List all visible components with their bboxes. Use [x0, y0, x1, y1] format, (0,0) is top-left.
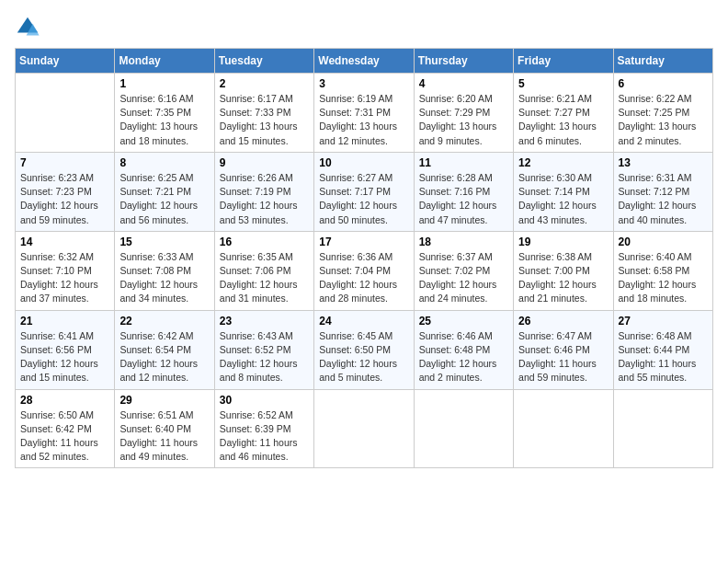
- day-info: Sunrise: 6:27 AMSunset: 7:17 PMDaylight:…: [319, 171, 408, 227]
- calendar-cell: [314, 389, 414, 468]
- day-number: 6: [619, 77, 708, 90]
- calendar-cell: [414, 389, 513, 468]
- day-info: Sunrise: 6:38 AMSunset: 7:00 PMDaylight:…: [518, 250, 608, 306]
- weekday-header-sunday: Sunday: [16, 49, 115, 74]
- day-number: 17: [319, 236, 408, 248]
- logo-icon: [15, 15, 40, 40]
- day-info: Sunrise: 6:36 AMSunset: 7:04 PMDaylight:…: [319, 250, 408, 306]
- day-number: 7: [20, 156, 109, 169]
- day-info: Sunrise: 6:19 AMSunset: 7:31 PMDaylight:…: [319, 92, 408, 148]
- calendar-cell: 8Sunrise: 6:25 AMSunset: 7:21 PMDaylight…: [115, 152, 214, 231]
- day-number: 20: [619, 236, 708, 248]
- calendar-cell: 7Sunrise: 6:23 AMSunset: 7:23 PMDaylight…: [16, 152, 115, 231]
- day-number: 1: [119, 77, 209, 90]
- calendar-cell: 3Sunrise: 6:19 AMSunset: 7:31 PMDaylight…: [314, 74, 414, 153]
- weekday-header-friday: Friday: [514, 49, 613, 74]
- day-number: 2: [220, 77, 309, 90]
- day-number: 12: [518, 156, 608, 169]
- calendar-table: SundayMondayTuesdayWednesdayThursdayFrid…: [15, 48, 713, 468]
- day-info: Sunrise: 6:46 AMSunset: 6:48 PMDaylight:…: [419, 329, 508, 385]
- calendar-cell: 19Sunrise: 6:38 AMSunset: 7:00 PMDayligh…: [514, 231, 613, 310]
- calendar-cell: [16, 74, 115, 153]
- day-number: 8: [119, 156, 209, 169]
- day-info: Sunrise: 6:45 AMSunset: 6:50 PMDaylight:…: [319, 329, 408, 385]
- calendar-cell: 18Sunrise: 6:37 AMSunset: 7:02 PMDayligh…: [414, 231, 513, 310]
- calendar-cell: 6Sunrise: 6:22 AMSunset: 7:25 PMDaylight…: [613, 74, 712, 153]
- day-number: 19: [518, 236, 608, 248]
- calendar-cell: 26Sunrise: 6:47 AMSunset: 6:46 PMDayligh…: [514, 310, 613, 389]
- day-number: 4: [419, 77, 508, 90]
- calendar-cell: 27Sunrise: 6:48 AMSunset: 6:44 PMDayligh…: [613, 310, 712, 389]
- day-info: Sunrise: 6:16 AMSunset: 7:35 PMDaylight:…: [119, 92, 209, 148]
- calendar-cell: 21Sunrise: 6:41 AMSunset: 6:56 PMDayligh…: [16, 310, 115, 389]
- calendar-week-row: 21Sunrise: 6:41 AMSunset: 6:56 PMDayligh…: [16, 310, 713, 389]
- day-number: 13: [619, 156, 708, 169]
- day-number: 25: [419, 315, 508, 327]
- day-info: Sunrise: 6:26 AMSunset: 7:19 PMDaylight:…: [220, 171, 309, 227]
- day-number: 15: [119, 236, 209, 248]
- day-number: 16: [220, 236, 309, 248]
- calendar-cell: 16Sunrise: 6:35 AMSunset: 7:06 PMDayligh…: [214, 231, 313, 310]
- day-number: 23: [220, 315, 309, 327]
- day-number: 18: [419, 236, 508, 248]
- calendar-cell: 29Sunrise: 6:51 AMSunset: 6:40 PMDayligh…: [115, 389, 214, 468]
- weekday-header-saturday: Saturday: [613, 49, 712, 74]
- day-info: Sunrise: 6:31 AMSunset: 7:12 PMDaylight:…: [619, 171, 708, 227]
- day-number: 30: [220, 394, 309, 407]
- day-info: Sunrise: 6:47 AMSunset: 6:46 PMDaylight:…: [518, 329, 608, 385]
- day-info: Sunrise: 6:33 AMSunset: 7:08 PMDaylight:…: [119, 250, 209, 306]
- day-info: Sunrise: 6:17 AMSunset: 7:33 PMDaylight:…: [220, 92, 309, 148]
- calendar-cell: 14Sunrise: 6:32 AMSunset: 7:10 PMDayligh…: [16, 231, 115, 310]
- day-info: Sunrise: 6:35 AMSunset: 7:06 PMDaylight:…: [220, 250, 309, 306]
- day-info: Sunrise: 6:20 AMSunset: 7:29 PMDaylight:…: [419, 92, 508, 148]
- weekday-header-wednesday: Wednesday: [314, 49, 414, 74]
- calendar-cell: 11Sunrise: 6:28 AMSunset: 7:16 PMDayligh…: [414, 152, 513, 231]
- weekday-header-monday: Monday: [115, 49, 214, 74]
- calendar-week-row: 1Sunrise: 6:16 AMSunset: 7:35 PMDaylight…: [16, 74, 713, 153]
- day-number: 22: [119, 315, 209, 327]
- calendar-cell: 17Sunrise: 6:36 AMSunset: 7:04 PMDayligh…: [314, 231, 414, 310]
- calendar-cell: 4Sunrise: 6:20 AMSunset: 7:29 PMDaylight…: [414, 74, 513, 153]
- calendar-cell: 5Sunrise: 6:21 AMSunset: 7:27 PMDaylight…: [514, 74, 613, 153]
- day-number: 21: [20, 315, 109, 327]
- day-number: 9: [220, 156, 309, 169]
- day-info: Sunrise: 6:52 AMSunset: 6:39 PMDaylight:…: [220, 408, 309, 465]
- logo: [15, 15, 44, 40]
- calendar-cell: 28Sunrise: 6:50 AMSunset: 6:42 PMDayligh…: [16, 389, 115, 468]
- calendar-cell: 15Sunrise: 6:33 AMSunset: 7:08 PMDayligh…: [115, 231, 214, 310]
- calendar-cell: 22Sunrise: 6:42 AMSunset: 6:54 PMDayligh…: [115, 310, 214, 389]
- day-number: 11: [419, 156, 508, 169]
- day-number: 27: [619, 315, 708, 327]
- day-number: 3: [319, 77, 408, 90]
- day-info: Sunrise: 6:42 AMSunset: 6:54 PMDaylight:…: [119, 329, 209, 385]
- page-header: [15, 15, 713, 40]
- calendar-cell: 30Sunrise: 6:52 AMSunset: 6:39 PMDayligh…: [214, 389, 313, 468]
- calendar-week-row: 7Sunrise: 6:23 AMSunset: 7:23 PMDaylight…: [16, 152, 713, 231]
- calendar-week-row: 28Sunrise: 6:50 AMSunset: 6:42 PMDayligh…: [16, 389, 713, 468]
- day-number: 14: [20, 236, 109, 248]
- calendar-cell: 13Sunrise: 6:31 AMSunset: 7:12 PMDayligh…: [613, 152, 712, 231]
- day-info: Sunrise: 6:25 AMSunset: 7:21 PMDaylight:…: [119, 171, 209, 227]
- calendar-cell: 2Sunrise: 6:17 AMSunset: 7:33 PMDaylight…: [214, 74, 313, 153]
- day-number: 10: [319, 156, 408, 169]
- day-number: 29: [119, 394, 209, 407]
- day-info: Sunrise: 6:23 AMSunset: 7:23 PMDaylight:…: [20, 171, 109, 227]
- day-info: Sunrise: 6:28 AMSunset: 7:16 PMDaylight:…: [419, 171, 508, 227]
- weekday-header-tuesday: Tuesday: [214, 49, 313, 74]
- day-info: Sunrise: 6:32 AMSunset: 7:10 PMDaylight:…: [20, 250, 109, 306]
- calendar-cell: 20Sunrise: 6:40 AMSunset: 6:58 PMDayligh…: [613, 231, 712, 310]
- calendar-header-row: SundayMondayTuesdayWednesdayThursdayFrid…: [16, 49, 713, 74]
- day-number: 5: [518, 77, 608, 90]
- calendar-cell: 23Sunrise: 6:43 AMSunset: 6:52 PMDayligh…: [214, 310, 313, 389]
- day-info: Sunrise: 6:37 AMSunset: 7:02 PMDaylight:…: [419, 250, 508, 306]
- day-number: 28: [20, 394, 109, 407]
- calendar-cell: [613, 389, 712, 468]
- weekday-header-thursday: Thursday: [414, 49, 513, 74]
- day-info: Sunrise: 6:41 AMSunset: 6:56 PMDaylight:…: [20, 329, 109, 385]
- day-info: Sunrise: 6:22 AMSunset: 7:25 PMDaylight:…: [619, 92, 708, 148]
- calendar-cell: 10Sunrise: 6:27 AMSunset: 7:17 PMDayligh…: [314, 152, 414, 231]
- calendar-cell: 12Sunrise: 6:30 AMSunset: 7:14 PMDayligh…: [514, 152, 613, 231]
- day-info: Sunrise: 6:48 AMSunset: 6:44 PMDaylight:…: [619, 329, 708, 385]
- calendar-cell: 9Sunrise: 6:26 AMSunset: 7:19 PMDaylight…: [214, 152, 313, 231]
- day-info: Sunrise: 6:21 AMSunset: 7:27 PMDaylight:…: [518, 92, 608, 148]
